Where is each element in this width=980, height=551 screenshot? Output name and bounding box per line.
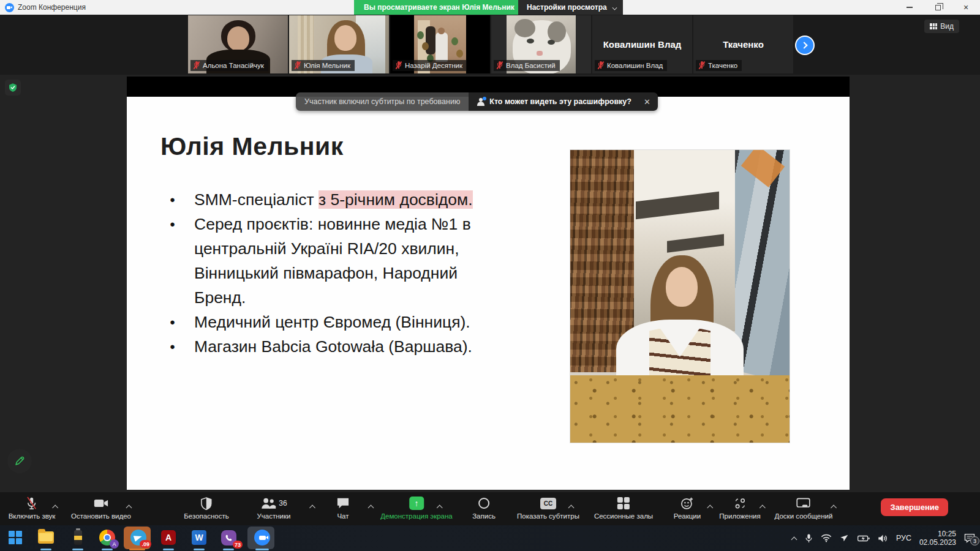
bullet-text: SMM-спеціаліст з 5-річним досвідом. bbox=[194, 187, 473, 212]
shared-screen-area: Юлія Мельник ● SMM-спеціаліст з 5-річним… bbox=[0, 75, 980, 492]
grid-view-icon bbox=[930, 23, 937, 29]
telegram-button-highlighted[interactable]: .09 bbox=[124, 527, 151, 549]
close-button[interactable]: × bbox=[952, 0, 980, 15]
participant-name: Альона Танасійчук bbox=[203, 62, 264, 69]
breakout-rooms-icon bbox=[617, 497, 630, 509]
view-layout-button[interactable]: Вид bbox=[924, 20, 959, 33]
mic-muted-icon bbox=[26, 497, 38, 510]
participant-tile-no-video[interactable]: Ковалишин Влад Ковалишин Влад bbox=[592, 15, 692, 73]
video-strip: Альона Танасійчук Юлія Мельник bbox=[0, 15, 980, 75]
participant-tile[interactable]: Альона Танасійчук bbox=[188, 15, 288, 73]
end-meeting-button[interactable]: Завершение bbox=[881, 498, 948, 516]
chrome-button[interactable]: A bbox=[98, 528, 116, 547]
notification-center-button[interactable]: 3 bbox=[964, 533, 975, 543]
minimize-button[interactable] bbox=[895, 0, 924, 15]
slide-title: Юлія Мельник bbox=[160, 132, 344, 161]
chat-bubble-icon bbox=[336, 497, 350, 509]
chevron-up-icon[interactable] bbox=[707, 504, 713, 509]
toast-close-button[interactable]: ✕ bbox=[640, 92, 658, 111]
participant-name: Ткаченко bbox=[708, 62, 737, 69]
viber-button[interactable]: 73 bbox=[219, 528, 238, 547]
reactions-button[interactable]: Реакции bbox=[674, 495, 701, 520]
acrobat-button[interactable]: A bbox=[159, 528, 178, 547]
tray-speaker-icon[interactable] bbox=[878, 534, 888, 543]
chevron-up-icon[interactable] bbox=[760, 504, 765, 509]
participant-tile-active-speaker[interactable]: Юлія Мельник bbox=[289, 15, 389, 73]
view-settings-label: Настройки просмотра bbox=[527, 3, 607, 12]
chat-button[interactable]: Чат bbox=[336, 495, 350, 520]
telegram-badge: .09 bbox=[140, 540, 151, 548]
security-button[interactable]: Безопасность bbox=[184, 495, 228, 520]
participants-button[interactable]: 36 Участники bbox=[257, 495, 291, 520]
shield-icon bbox=[200, 497, 212, 510]
whiteboards-button[interactable]: Доски сообщений bbox=[775, 495, 833, 520]
chevron-down-icon bbox=[612, 6, 617, 10]
minimize-icon bbox=[907, 7, 913, 8]
tray-overflow-chevron-icon[interactable] bbox=[791, 536, 797, 541]
next-participants-button[interactable] bbox=[795, 36, 815, 55]
slide-bullet-list: ● SMM-спеціаліст з 5-річним досвідом. ● … bbox=[170, 187, 505, 359]
bullet-text: Медичний центр Євромед (Вінниця). bbox=[194, 310, 470, 334]
camera-icon bbox=[94, 498, 108, 509]
view-settings-button[interactable]: Настройки просмотра bbox=[518, 0, 623, 15]
restore-icon bbox=[935, 5, 941, 10]
file-explorer-button[interactable] bbox=[37, 528, 55, 547]
chevron-up-icon[interactable] bbox=[437, 504, 442, 509]
bullet-dot: ● bbox=[170, 212, 194, 310]
chevron-up-icon[interactable] bbox=[310, 504, 315, 509]
zoom-app-icon bbox=[254, 530, 270, 545]
tray-pen-cursor-icon[interactable] bbox=[840, 533, 850, 543]
who-can-see-transcript-button[interactable]: Кто может видеть эту расшифровку? bbox=[469, 92, 640, 111]
participant-name-label: Влад Басистий bbox=[494, 60, 560, 71]
participant-tile[interactable]: Влад Басистий bbox=[491, 15, 591, 73]
bullet-text-highlighted: з 5-річним досвідом. bbox=[318, 190, 473, 209]
participant-name-label: Назарій Десятник bbox=[393, 60, 467, 71]
participant-tile[interactable]: Назарій Десятник bbox=[390, 15, 490, 73]
chevron-up-icon[interactable] bbox=[368, 504, 374, 509]
clock-time: 10:25 bbox=[919, 530, 956, 538]
zoom-meeting-window: Zoom Конференция Вы просматриваете экран… bbox=[0, 0, 980, 551]
person-captions-icon bbox=[477, 98, 485, 106]
word-button[interactable]: W bbox=[190, 528, 208, 547]
apps-icon bbox=[733, 497, 747, 510]
participant-tile-no-video[interactable]: Ткаченко Ткаченко bbox=[693, 15, 793, 73]
record-button[interactable]: Запись bbox=[472, 495, 496, 520]
security-shield-button[interactable] bbox=[5, 80, 21, 96]
zoom-app-button-active[interactable] bbox=[247, 527, 274, 549]
share-screen-icon: ↑ bbox=[409, 497, 424, 510]
close-icon: × bbox=[963, 3, 968, 12]
restore-button[interactable] bbox=[924, 0, 952, 15]
stop-video-button[interactable]: Остановить видео bbox=[71, 495, 131, 520]
chevron-up-icon[interactable] bbox=[53, 504, 58, 509]
annotate-pencil-button[interactable] bbox=[7, 449, 32, 473]
start-button[interactable] bbox=[6, 528, 24, 547]
apps-button[interactable]: Приложения bbox=[719, 495, 760, 520]
tray-mic-icon[interactable] bbox=[805, 533, 813, 544]
cc-icon: CC bbox=[540, 498, 556, 509]
bullet-text: Магазин Babcia Gotowała (Варшава). bbox=[194, 334, 472, 359]
meeting-toolbar: Включить звук Остановить видео Безопасно… bbox=[0, 492, 980, 525]
show-captions-button[interactable]: CC Показать субтитры bbox=[517, 495, 579, 520]
window-titlebar: Zoom Конференция Вы просматриваете экран… bbox=[0, 0, 980, 15]
chevron-up-icon[interactable] bbox=[831, 504, 837, 509]
folder-icon bbox=[38, 531, 54, 544]
share-screen-button[interactable]: ↑ Демонстрация экрана bbox=[380, 495, 453, 520]
chrome-profile-badge: A bbox=[110, 539, 119, 549]
chevron-right-icon bbox=[801, 42, 807, 48]
breakout-rooms-button[interactable]: Сессионные залы bbox=[594, 495, 653, 520]
green-shield-icon bbox=[8, 83, 18, 92]
notification-count-badge: 3 bbox=[970, 536, 979, 545]
view-layout-label: Вид bbox=[940, 22, 954, 31]
unmute-button[interactable]: Включить звук bbox=[9, 495, 56, 520]
bullet-dot: ● bbox=[170, 310, 194, 334]
chevron-up-icon[interactable] bbox=[568, 504, 574, 509]
tray-battery-icon[interactable] bbox=[858, 534, 870, 542]
clock[interactable]: 10:25 02.05.2023 bbox=[919, 530, 956, 547]
language-indicator[interactable]: РУС bbox=[896, 534, 911, 542]
bullet-item: ● Магазин Babcia Gotowała (Варшава). bbox=[170, 334, 505, 359]
tray-wifi-icon[interactable] bbox=[821, 534, 832, 542]
battery-app-button[interactable] bbox=[69, 528, 87, 547]
chevron-up-icon[interactable] bbox=[126, 504, 132, 509]
smiley-reactions-icon bbox=[680, 497, 694, 510]
bullet-text: Серед проєктів: новинне медіа №1 в центр… bbox=[194, 212, 505, 310]
